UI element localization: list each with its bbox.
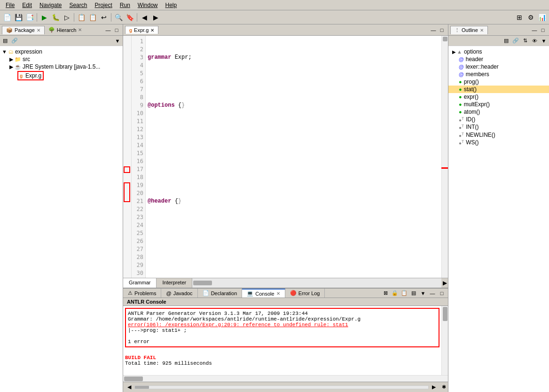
copy-btn[interactable]: 📋 <box>76 12 86 23</box>
menu-run[interactable]: Run <box>116 1 134 9</box>
console-vscroll[interactable] <box>441 306 448 375</box>
ln-2: 2 <box>132 46 145 54</box>
hscroll[interactable] <box>192 278 441 288</box>
tab-errorlog[interactable]: 🔴 Error Log <box>285 289 325 298</box>
console-action-5[interactable]: ▼ <box>419 289 427 298</box>
run-btn[interactable]: ▶ <box>39 12 49 23</box>
outline-item-int[interactable]: ●T INT() <box>448 123 549 131</box>
menu-search[interactable]: Search <box>65 1 91 9</box>
search-btn[interactable]: 🔍 <box>113 12 124 23</box>
console-action-4[interactable]: ▤ <box>409 289 418 298</box>
minimize-left-btn[interactable]: — <box>104 26 112 34</box>
tab-outline[interactable]: ⋮ Outline ✕ <box>450 26 488 34</box>
menu-edit[interactable]: Edit <box>18 1 36 9</box>
redo-btn[interactable]: ↩ <box>99 12 109 23</box>
outline-item-options[interactable]: ▶ ▲ options <box>448 48 549 55</box>
menu-file[interactable]: File <box>2 1 18 9</box>
tab-package-close[interactable]: ✕ <box>37 28 40 33</box>
menu-project[interactable]: Project <box>91 1 116 9</box>
tab-package[interactable]: 📦 Package ✕ <box>2 26 45 34</box>
nav-left-btn[interactable]: ◀ <box>125 383 133 392</box>
console-action-3[interactable]: 📋 <box>400 289 408 298</box>
outline-item-expr[interactable]: ● expr() <box>448 93 549 101</box>
console-action-2[interactable]: 🔒 <box>391 289 399 298</box>
menu-window[interactable]: Window <box>134 1 162 9</box>
options-expand[interactable]: ▶ <box>452 49 456 55</box>
bottom-maximize-btn[interactable]: □ <box>438 289 446 298</box>
editor-max-btn[interactable]: □ <box>438 26 446 34</box>
tab-problems[interactable]: ⚠ Problems <box>123 289 161 298</box>
settings-btn[interactable]: ⚙ <box>525 12 536 23</box>
run-last-btn[interactable]: ▷ <box>62 12 72 23</box>
console-hscroll[interactable] <box>123 375 448 382</box>
editor-min-btn[interactable]: — <box>429 26 438 34</box>
right-scroll-markers[interactable] <box>441 36 448 278</box>
tab-grammar[interactable]: Grammar <box>123 278 157 288</box>
outline-item-atom[interactable]: ● atom() <box>448 108 549 116</box>
left-panel-toolbar: ▤ 🔗 ▼ <box>0 36 123 46</box>
tree-item-jre[interactable]: ▶ ☕ JRE System Library [java-1.5... <box>0 63 123 71</box>
menu-bar: File Edit Navigate Search Project Run Wi… <box>0 0 549 10</box>
outline-item-newline[interactable]: ●T NEWLINE() <box>448 131 549 139</box>
javadoc-icon: @ <box>166 290 171 296</box>
maximize-btn[interactable]: ⊞ <box>514 12 525 23</box>
code-content[interactable]: grammar Expr; @options {} @header {} @le… <box>146 36 441 278</box>
outline-min-btn[interactable]: — <box>530 26 539 34</box>
tab-interpreter[interactable]: Interpreter <box>157 278 192 288</box>
outline-view-btn[interactable]: ▼ <box>540 37 548 45</box>
link-editor-btn[interactable]: 🔗 <box>10 37 19 45</box>
menu-help[interactable]: Help <box>162 1 181 9</box>
new-btn[interactable]: 📄 <box>2 12 12 23</box>
header-icon: @ <box>459 56 464 62</box>
marker-btn[interactable]: 🔖 <box>125 12 135 23</box>
outline-collapse-btn[interactable]: ▤ <box>502 37 510 45</box>
bottom-minimize-btn[interactable]: — <box>428 289 437 298</box>
collapse-all-btn[interactable]: ▤ <box>1 37 9 45</box>
outline-item-id[interactable]: ●T ID() <box>448 116 549 123</box>
save-btn[interactable]: 💾 <box>13 12 24 23</box>
tree-content: ▼ 🗂 expression ▶ 📁 src ▶ ☕ JRE System Li… <box>0 46 123 392</box>
paste-btn[interactable]: 📋 <box>87 12 98 23</box>
console-content[interactable]: ANTLR Parser Generator Version 3.1.3 Mar… <box>123 306 441 375</box>
tab-javadoc[interactable]: @ Javadoc <box>161 289 197 298</box>
outline-item-members[interactable]: @ members <box>448 71 549 78</box>
hierarchy-icon: 🌳 <box>48 27 55 33</box>
editor-tab-close[interactable]: ✕ <box>150 28 154 33</box>
maximize-left-btn[interactable]: □ <box>112 26 121 34</box>
console-close[interactable]: ✕ <box>276 291 280 296</box>
editor-tab-exprg[interactable]: g Expr.g ✕ <box>125 26 158 34</box>
right-panel: ⋮ Outline ✕ — □ ▤ 🔗 ⇅ 👁 ▼ ▶ ▲ options <box>448 24 549 392</box>
outline-item-stat[interactable]: ● stat() <box>448 86 549 93</box>
stat-label: stat() <box>464 86 477 93</box>
view-menu-btn[interactable]: ▼ <box>113 37 122 45</box>
outline-sort-btn[interactable]: ⇅ <box>521 37 529 45</box>
outline-item-lexer-header[interactable]: @ lexer::header <box>448 63 549 71</box>
outline-link-btn[interactable]: 🔗 <box>511 37 520 45</box>
outline-tab-close[interactable]: ✕ <box>480 28 484 33</box>
tasks-btn[interactable]: 📊 <box>537 12 547 23</box>
tab-hierarchy-close[interactable]: ✕ <box>78 27 82 32</box>
bottom-hscroll[interactable] <box>134 385 429 389</box>
outline-item-header[interactable]: @ header <box>448 55 549 63</box>
outline-item-multexpr[interactable]: ● multExpr() <box>448 101 549 108</box>
hscroll-right[interactable]: ▶ <box>441 278 448 288</box>
outline-max-btn[interactable]: □ <box>539 26 547 34</box>
save-all-btn[interactable]: 📑 <box>24 12 35 23</box>
console-action-1[interactable]: ⊠ <box>381 289 390 298</box>
tree-item-expression[interactable]: ▼ 🗂 expression <box>0 48 123 55</box>
tab-hierarchy[interactable]: 🌳 Hierarch ✕ <box>45 26 86 34</box>
multexpr-label: multExpr() <box>464 101 490 108</box>
error-marker-col <box>123 36 132 278</box>
tab-declaration[interactable]: 📄 Declaration <box>198 289 243 298</box>
tree-item-src[interactable]: ▶ 📁 src <box>0 55 123 63</box>
forward-btn[interactable]: ▶ <box>150 12 161 23</box>
tree-item-exprg[interactable]: g Expr.g <box>0 71 123 81</box>
menu-navigate[interactable]: Navigate <box>36 1 65 9</box>
debug-btn[interactable]: 🐛 <box>50 12 61 23</box>
outline-item-ws[interactable]: ●T WS() <box>448 139 549 146</box>
outline-hide-btn[interactable]: 👁 <box>530 37 539 45</box>
outline-item-prog[interactable]: ● prog() <box>448 78 549 86</box>
back-btn[interactable]: ◀ <box>139 12 149 23</box>
tab-console[interactable]: 💻 Console ✕ <box>242 289 285 298</box>
nav-right-btn[interactable]: ▶ <box>430 383 438 392</box>
